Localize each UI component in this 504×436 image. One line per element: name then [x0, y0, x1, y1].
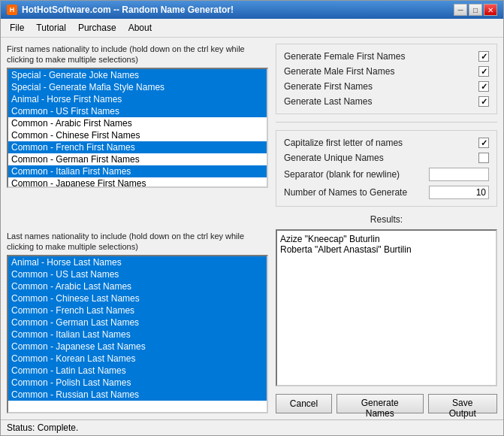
cancel-button[interactable]: Cancel — [276, 394, 332, 413]
number-row: Number of Names to Generate — [284, 183, 489, 201]
list-item[interactable]: Animal - Horse Last Names — [8, 256, 267, 268]
list-item[interactable]: Special - Generate Joke Names — [8, 69, 267, 81]
minimize-button[interactable]: ─ — [454, 4, 467, 16]
save-output-button[interactable]: Save Output — [428, 394, 497, 413]
male-names-checkbox[interactable] — [478, 66, 489, 77]
last-names-label: Last names nationality to include (hold … — [7, 231, 268, 253]
separator-label: Separator (blank for newline) — [284, 169, 400, 180]
separator-input[interactable] — [429, 168, 489, 181]
results-content: Azize "Kneecap" Buturlin Roberta "Albert… — [280, 234, 493, 255]
last-names-opt-label: Generate Last Names — [284, 96, 372, 107]
status-text: Status: Complete. — [7, 422, 78, 433]
number-input[interactable] — [429, 186, 489, 199]
first-names-section: First names nationality to include (hold… — [7, 44, 268, 226]
list-item[interactable]: Common - Japanese First Names — [8, 177, 267, 188]
menu-bar: File Tutorial Purchase About — [1, 19, 503, 38]
list-item[interactable]: Common - US Last Names — [8, 268, 267, 280]
list-item[interactable]: Animal - Horse First Names — [8, 93, 267, 105]
list-item[interactable]: Common - US First Names — [8, 105, 267, 117]
main-window: H HotHotSoftware.com -- Random Name Gene… — [0, 0, 504, 436]
first-names-listbox[interactable]: Special - Generate Joke Names Special - … — [7, 68, 268, 188]
list-item[interactable]: Common - Chinese Last Names — [8, 292, 267, 304]
main-content: First names nationality to include (hold… — [1, 38, 503, 419]
left-panel: First names nationality to include (hold… — [7, 44, 268, 413]
list-item[interactable]: Common - Chinese First Names — [8, 129, 267, 141]
last-names-listbox[interactable]: Animal - Horse Last Names Common - US La… — [7, 255, 268, 413]
female-names-label: Generate Female First Names — [284, 51, 405, 62]
close-button[interactable]: ✕ — [484, 4, 497, 16]
list-item[interactable]: Common - Russian Last Names — [8, 389, 267, 401]
unique-names-label: Generate Unique Names — [284, 153, 384, 163]
unique-names-checkbox[interactable] — [478, 153, 489, 163]
capitalize-option: Capitalize first letter of names — [284, 135, 489, 150]
capitalize-label: Capitalize first letter of names — [284, 138, 403, 148]
buttons-row: Cancel Generate Names Save Output — [276, 394, 497, 413]
list-item[interactable]: Common - Italian Last Names — [8, 329, 267, 341]
divider1 — [276, 122, 497, 123]
right-panel: Generate Female First Names Generate Mal… — [276, 44, 497, 413]
status-bar: Status: Complete. — [1, 419, 503, 435]
list-item[interactable]: Common - Latin Last Names — [8, 365, 267, 377]
female-names-option: Generate Female First Names — [284, 49, 489, 64]
list-item[interactable]: Common - Polish Last Names — [8, 377, 267, 389]
list-item[interactable]: Common - Japanese Last Names — [8, 341, 267, 353]
list-item[interactable]: Common - Korean Last Names — [8, 353, 267, 365]
list-item[interactable]: Common - German Last Names — [8, 316, 267, 329]
capitalize-checkbox[interactable] — [478, 138, 489, 148]
last-names-section: Last names nationality to include (hold … — [7, 231, 268, 413]
unique-names-option: Generate Unique Names — [284, 150, 489, 165]
first-names-opt-label: Generate First Names — [284, 81, 373, 92]
list-item[interactable]: Common - French Last Names — [8, 304, 267, 316]
first-names-checkbox[interactable] — [478, 81, 489, 92]
results-label: Results: — [276, 214, 497, 225]
list-item[interactable]: Common - French First Names — [8, 141, 267, 153]
list-item[interactable]: Common - Arabic Last Names — [8, 280, 267, 292]
results-box: Azize "Kneecap" Buturlin Roberta "Albert… — [276, 229, 497, 386]
title-bar: H HotHotSoftware.com -- Random Name Gene… — [1, 1, 503, 19]
options-group-2: Capitalize first letter of names Generat… — [276, 130, 497, 207]
last-names-option: Generate Last Names — [284, 94, 489, 109]
menu-tutorial[interactable]: Tutorial — [30, 20, 72, 35]
window-title: HotHotSoftware.com -- Random Name Genera… — [22, 5, 234, 15]
maximize-button[interactable]: □ — [469, 4, 482, 16]
list-item[interactable]: Common - Italian First Names — [8, 165, 267, 177]
menu-about[interactable]: About — [122, 20, 158, 35]
first-names-option: Generate First Names — [284, 79, 489, 94]
generate-button[interactable]: Generate Names — [337, 394, 424, 413]
list-item[interactable]: Common - German First Names — [8, 153, 267, 165]
last-names-checkbox[interactable] — [478, 96, 489, 107]
title-bar-left: H HotHotSoftware.com -- Random Name Gene… — [7, 5, 234, 15]
app-icon: H — [7, 5, 17, 15]
options-group: Generate Female First Names Generate Mal… — [276, 44, 497, 114]
female-names-checkbox[interactable] — [478, 51, 489, 62]
title-bar-controls: ─ □ ✕ — [454, 4, 497, 16]
number-label: Number of Names to Generate — [284, 187, 407, 198]
list-item[interactable]: Special - Generate Mafia Style Names — [8, 81, 267, 93]
male-names-label: Generate Male First Names — [284, 66, 394, 77]
male-names-option: Generate Male First Names — [284, 64, 489, 79]
first-names-label: First names nationality to include (hold… — [7, 44, 268, 65]
menu-purchase[interactable]: Purchase — [72, 20, 122, 35]
menu-file[interactable]: File — [4, 20, 30, 35]
list-item[interactable]: Common - Arabic First Names — [8, 117, 267, 129]
separator-row: Separator (blank for newline) — [284, 165, 489, 183]
